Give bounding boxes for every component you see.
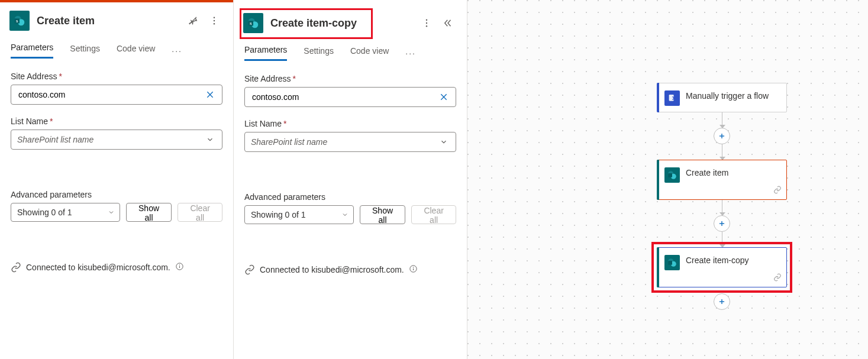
unpin-icon[interactable] [183, 11, 202, 30]
list-name-label-text: List Name [11, 117, 48, 126]
svg-point-6 [214, 20, 215, 21]
panel-title: Create item-copy [270, 17, 410, 30]
svg-rect-30 [668, 173, 672, 177]
advanced-parameters-text: Showing 0 of 1 [17, 208, 72, 217]
tab-code-view[interactable]: Code view [350, 46, 389, 60]
connection-row: Connected to kisubedi@microsoft.com. [234, 264, 467, 286]
svg-text:S: S [250, 21, 252, 25]
tab-settings[interactable]: Settings [70, 44, 100, 58]
site-address-input[interactable] [17, 89, 202, 100]
svg-point-5 [214, 17, 215, 18]
flow-node-create-item-copy[interactable]: Create item-copy [657, 247, 787, 287]
clear-all-button: Clear all [178, 203, 222, 222]
trigger-icon [664, 90, 680, 106]
panel-create-item: S Create item Parameters Settings Code v… [0, 0, 234, 359]
list-name-label: List Name* [244, 119, 456, 128]
chevron-down-icon [435, 134, 452, 150]
site-address-input[interactable] [251, 92, 435, 102]
clear-icon[interactable] [202, 86, 218, 103]
collapse-icon[interactable] [438, 14, 457, 33]
required-marker: * [293, 74, 296, 83]
site-address-label-text: Site Address [11, 72, 57, 81]
info-icon[interactable] [409, 264, 418, 275]
more-icon[interactable] [205, 11, 224, 30]
chevron-down-icon [341, 211, 349, 218]
add-step-button[interactable] [714, 128, 730, 144]
tab-parameters[interactable]: Parameters [11, 43, 53, 59]
flow-node-create-item[interactable]: Create item [657, 160, 787, 200]
advanced-parameters-select[interactable]: Showing 0 of 1 [244, 205, 354, 224]
svg-text:S: S [16, 19, 18, 23]
tab-settings[interactable]: Settings [304, 46, 334, 60]
sharepoint-icon [664, 167, 680, 183]
tabs-overflow-icon[interactable]: ··· [172, 46, 182, 56]
clear-all-button: Clear all [411, 205, 456, 224]
advanced-parameters-select[interactable]: Showing 0 of 1 [11, 203, 120, 222]
panel-create-item-copy: S Create item-copy Parameters Settings C… [234, 0, 467, 359]
connection-row: Connected to kisubedi@microsoft.com. [0, 262, 233, 283]
list-name-select[interactable]: SharePoint list name [244, 132, 456, 152]
tab-parameters[interactable]: Parameters [244, 45, 287, 61]
flow-canvas[interactable]: Manually trigger a flow Create item [467, 0, 868, 359]
svg-point-19 [426, 25, 427, 27]
link-icon [773, 186, 782, 196]
more-icon[interactable] [417, 14, 436, 33]
svg-point-7 [214, 23, 215, 24]
svg-point-17 [426, 20, 427, 21]
advanced-parameters-label: Advanced parameters [244, 192, 456, 202]
list-name-label: List Name* [11, 117, 222, 126]
connector [722, 232, 722, 247]
svg-rect-35 [668, 261, 672, 265]
advanced-parameters-text: Showing 0 of 1 [251, 210, 306, 219]
connector [722, 144, 722, 160]
svg-point-24 [413, 267, 414, 268]
panel-header: S Create item [0, 2, 233, 38]
required-marker: * [59, 72, 62, 81]
show-all-button[interactable]: Show all [126, 203, 172, 222]
chevron-down-icon [202, 131, 218, 148]
add-step-button[interactable] [714, 215, 730, 232]
list-name-select[interactable]: SharePoint list name [11, 130, 222, 150]
svg-point-12 [179, 265, 180, 266]
list-name-placeholder: SharePoint list name [251, 137, 327, 147]
site-address-label-text: Site Address [244, 74, 291, 83]
connected-to-text: Connected to kisubedi@microsoft.com. [260, 265, 404, 274]
tabs-overflow-icon[interactable]: ··· [405, 48, 416, 58]
panel-header: S Create item-copy [234, 0, 467, 40]
node-title: Manually trigger a flow [686, 90, 769, 102]
site-address-label: Site Address* [244, 74, 456, 83]
info-icon[interactable] [175, 262, 184, 273]
connector [722, 112, 722, 128]
node-title: Create item [686, 167, 728, 179]
site-address-label: Site Address* [11, 72, 222, 81]
link-icon [244, 264, 255, 275]
tab-code-view[interactable]: Code view [117, 44, 155, 58]
svg-rect-25 [669, 95, 674, 101]
chevron-down-icon [108, 209, 115, 216]
clear-icon[interactable] [435, 89, 452, 105]
list-name-placeholder: SharePoint list name [17, 135, 93, 144]
tabs: Parameters Settings Code view ··· [0, 38, 233, 59]
panel-title: Create item [37, 15, 176, 27]
node-title: Create item-copy [686, 255, 749, 266]
tabs: Parameters Settings Code view ··· [234, 40, 467, 61]
add-step-button[interactable] [714, 293, 730, 310]
site-address-input-wrap [244, 87, 456, 107]
link-icon [773, 273, 782, 283]
link-icon [11, 262, 21, 273]
required-marker: * [50, 117, 53, 126]
show-all-button[interactable]: Show all [360, 205, 405, 224]
connector [722, 200, 722, 215]
flow-node-trigger[interactable]: Manually trigger a flow [657, 83, 787, 112]
required-marker: * [283, 119, 286, 128]
sharepoint-icon: S [9, 11, 30, 31]
sharepoint-icon [664, 255, 680, 270]
sharepoint-icon: S [243, 13, 263, 33]
advanced-parameters-label: Advanced parameters [11, 190, 222, 199]
svg-point-18 [426, 22, 427, 24]
list-name-label-text: List Name [244, 119, 282, 128]
connected-to-text: Connected to kisubedi@microsoft.com. [26, 263, 170, 272]
site-address-input-wrap [11, 85, 222, 105]
